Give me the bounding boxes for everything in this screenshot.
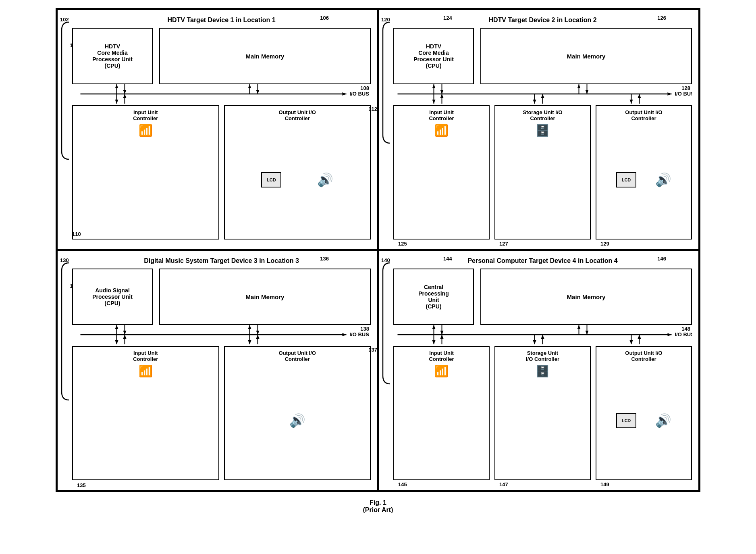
bracket-q4 (380, 259, 392, 388)
ref-106: 106 (320, 15, 329, 21)
svg-marker-35 (638, 94, 641, 98)
q4-lcd-icon: LCD (616, 413, 636, 428)
q4-speaker-icon: 🔊 (655, 413, 671, 428)
ref-145: 145 (398, 481, 407, 487)
q2-memory-box: Main Memory (480, 28, 692, 84)
svg-marker-19 (440, 90, 444, 94)
q2-storage-icon: 🗄️ (536, 124, 550, 137)
svg-text:I/O BUS: I/O BUS (350, 91, 370, 97)
ref-140: 140 (381, 257, 390, 263)
q2-output-label: Output Unit I/O Controller (625, 109, 662, 121)
svg-marker-40 (115, 325, 118, 329)
q2-storage-controller: Storage Unit I/O Controller 🗄️ 127 (494, 105, 591, 240)
svg-marker-23 (586, 90, 589, 94)
fig-caption-line1: Fig. 1 (56, 499, 700, 506)
svg-marker-65 (586, 331, 589, 335)
svg-marker-54 (256, 335, 260, 339)
q3-speaker-icon: 🔊 (289, 413, 305, 428)
svg-marker-36 (668, 92, 672, 96)
q2-cpu-box: HDTV Core Media Processor Unit (CPU) (393, 28, 474, 84)
svg-marker-78 (668, 333, 672, 336)
svg-marker-10 (115, 100, 118, 104)
quadrant-1: 102 104 106 HDTV Target Device 1 in Loca… (57, 9, 378, 250)
svg-marker-75 (630, 340, 633, 344)
q2-title: HDTV Target Device 2 in Location 2 (393, 17, 692, 24)
svg-marker-67 (432, 340, 436, 344)
q3-iobus-svg: I/O BUS (72, 325, 371, 344)
q1-cpu-box: HDTV Core Media Processor Unit (CPU) (72, 28, 153, 84)
svg-marker-31 (541, 94, 544, 98)
diagram-grid: 102 104 106 HDTV Target Device 1 in Loca… (56, 8, 700, 492)
q2-signal-icon: 📶 (434, 124, 449, 137)
svg-marker-8 (256, 90, 260, 94)
svg-marker-29 (533, 100, 536, 104)
q4-storage-label: Storage Unit I/O Controller (526, 350, 559, 362)
q4-memory-label: Main Memory (567, 294, 606, 300)
q3-output-controller: 137 Output Unit I/O Controller 🔊 (224, 346, 371, 480)
bracket-q3 (59, 259, 71, 404)
bracket-q2 (380, 18, 392, 147)
q3-cpu-box: Audio Signal Processor Unit (CPU) (72, 269, 153, 325)
svg-marker-73 (541, 335, 544, 339)
svg-marker-52 (248, 340, 251, 344)
q1-iobus-svg: I/O BUS (72, 84, 371, 104)
q3-input-label: Input Unit Controller (133, 350, 158, 362)
q4-memory-box: Main Memory (480, 269, 692, 325)
svg-text:I/O BUS: I/O BUS (675, 91, 692, 97)
q2-cpu-label: HDTV Core Media Processor Unit (CPU) (413, 43, 454, 69)
q4-output-controller: Output Unit I/O Controller LCD 🔊 149 (596, 346, 692, 480)
q3-input-controller: Input Unit Controller 📶 135 (72, 346, 219, 480)
ref-149: 149 (600, 481, 609, 487)
q1-output-controller: 112 Output Unit I/O Controller LCD 🔊 (224, 105, 371, 240)
q1-input-controller: Input Unit Controller 📶 (72, 105, 219, 240)
svg-marker-12 (123, 94, 127, 98)
ref-138: 138 (360, 326, 369, 332)
q4-cpu-box: Central Processing Unit (CPU) (393, 269, 474, 325)
ref-102: 102 (60, 17, 69, 23)
main-diagram: 102 104 106 HDTV Target Device 1 in Loca… (56, 8, 700, 514)
ref-108: 108 (360, 85, 369, 91)
q1-lcd-icon: LCD (261, 172, 281, 187)
q1-signal-icon: 📶 (139, 124, 153, 137)
quadrant-4: 140 144 146 Personal Computer Target Dev… (378, 250, 699, 491)
ref-130: 130 (60, 257, 69, 263)
ref-147: 147 (499, 481, 508, 487)
svg-marker-69 (440, 335, 444, 339)
svg-marker-2 (115, 84, 118, 88)
q2-input-label: Input Unit Controller (429, 109, 454, 121)
ref-110: 110 (72, 231, 81, 237)
svg-marker-27 (440, 94, 444, 98)
q3-cpu-label: Audio Signal Processor Unit (CPU) (92, 287, 133, 306)
q3-memory-box: Main Memory (159, 269, 371, 325)
svg-marker-77 (638, 335, 641, 339)
ref-124: 124 (443, 15, 452, 21)
q2-input-controller: Input Unit Controller 📶 125 (393, 105, 490, 240)
q4-input-label: Input Unit Controller (429, 350, 454, 362)
q1-memory-box: Main Memory (159, 28, 371, 84)
ref-127: 127 (499, 241, 508, 247)
q3-signal-icon: 📶 (139, 364, 153, 378)
svg-marker-46 (256, 331, 260, 335)
ref-120: 120 (381, 17, 390, 23)
ref-125: 125 (398, 241, 407, 247)
ref-148: 148 (681, 326, 690, 332)
quadrant-3: 130 134 136 Digital Music System Target … (57, 250, 378, 491)
q1-memory-label: Main Memory (246, 53, 285, 60)
q2-output-controller: Output Unit I/O Controller LCD 🔊 129 (596, 105, 692, 240)
svg-text:I/O BUS: I/O BUS (350, 331, 370, 337)
svg-text:I/O BUS: I/O BUS (675, 331, 692, 337)
ref-112: 112 (368, 106, 377, 112)
q4-iobus-svg: I/O BUS (393, 325, 692, 344)
ref-144: 144 (443, 256, 452, 262)
ref-146: 146 (657, 256, 666, 262)
svg-marker-6 (248, 84, 251, 88)
svg-marker-50 (123, 335, 127, 339)
q4-signal-icon: 📶 (434, 364, 449, 378)
quadrant-2: 120 124 126 HDTV Target Device 2 in Loca… (378, 9, 699, 250)
ref-126: 126 (657, 15, 666, 21)
q2-memory-label: Main Memory (567, 53, 606, 60)
svg-marker-33 (630, 100, 633, 104)
svg-marker-61 (440, 331, 444, 335)
svg-marker-55 (343, 333, 347, 336)
svg-marker-42 (123, 331, 127, 335)
